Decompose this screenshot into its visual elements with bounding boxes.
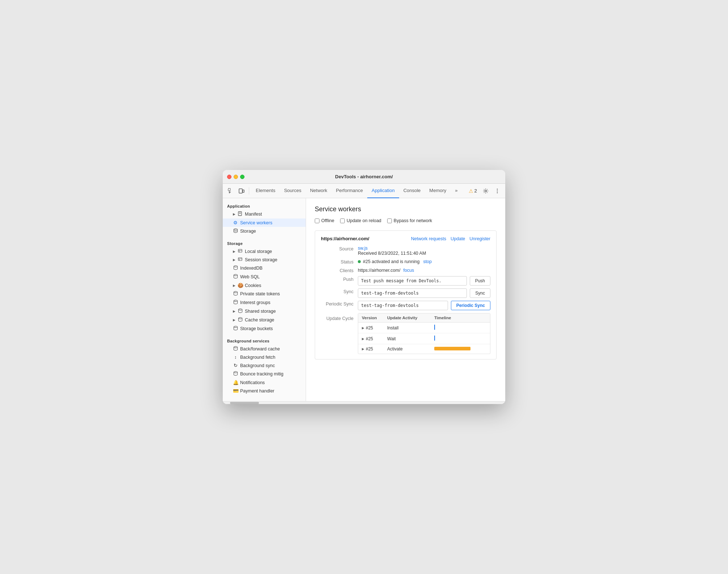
svg-point-25 <box>234 326 237 328</box>
page-title: Service workers <box>315 205 497 213</box>
horizontal-scrollbar[interactable] <box>223 401 505 404</box>
sidebar-section-storage: Storage <box>223 238 306 247</box>
bypass-for-network-checkbox[interactable] <box>387 219 392 223</box>
warning-count: 2 <box>474 188 477 194</box>
row-2-timeline <box>434 336 486 342</box>
content-panel: Service workers Offline Update on reload… <box>306 198 505 401</box>
row-2-version: ▶ #25 <box>362 336 387 341</box>
network-requests-link[interactable]: Network requests <box>411 236 446 241</box>
minimize-button[interactable] <box>234 175 238 179</box>
sidebar-item-storage-buckets[interactable]: Storage buckets <box>223 324 306 333</box>
tab-console[interactable]: Console <box>399 184 425 198</box>
update-on-reload-checkbox[interactable] <box>340 219 345 223</box>
sidebar-item-indexeddb[interactable]: IndexedDB <box>223 264 306 273</box>
sidebar-item-local-storage[interactable]: ▶ Local storage <box>223 247 306 255</box>
focus-link[interactable]: focus <box>403 268 414 273</box>
offline-checkbox-label[interactable]: Offline <box>315 218 334 223</box>
tab-performance[interactable]: Performance <box>332 184 367 198</box>
push-input[interactable] <box>358 276 467 286</box>
tab-network[interactable]: Network <box>306 184 332 198</box>
settings-icon[interactable] <box>481 186 491 196</box>
chevron-icon[interactable]: ▶ <box>362 347 364 351</box>
sync-button[interactable]: Sync <box>470 288 490 298</box>
bypass-for-network-checkbox-label[interactable]: Bypass for network <box>387 218 432 223</box>
sidebar-item-backforward-cache[interactable]: Back/forward cache <box>223 345 306 353</box>
scrollbar-thumb[interactable] <box>230 402 259 404</box>
status-text: #25 activated and is running <box>363 259 419 264</box>
chevron-icon: ▶ <box>233 284 235 287</box>
bounce-tracking-icon <box>233 371 238 377</box>
row-3-version: ▶ #25 <box>362 346 387 352</box>
tab-sources[interactable]: Sources <box>280 184 306 198</box>
sidebar-label-storage-buckets: Storage buckets <box>240 326 273 331</box>
device-icon[interactable] <box>237 186 247 196</box>
tab-more[interactable]: » <box>451 184 462 198</box>
row-1-version: ▶ #25 <box>362 325 387 330</box>
source-file-link[interactable]: sw.js <box>358 246 368 251</box>
tab-memory[interactable]: Memory <box>425 184 451 198</box>
update-link[interactable]: Update <box>451 236 465 241</box>
sidebar-item-web-sql[interactable]: Web SQL <box>223 273 306 281</box>
update-on-reload-label: Update on reload <box>347 218 381 223</box>
sidebar-item-cookies[interactable]: ▶ 🍪 Cookies <box>223 281 306 290</box>
private-state-tokens-icon <box>233 291 238 297</box>
sidebar-item-shared-storage[interactable]: ▶ Shared storage <box>223 307 306 316</box>
svg-rect-0 <box>228 188 230 191</box>
traffic-lights <box>227 175 244 179</box>
sidebar-item-background-sync[interactable]: ↻ Background sync <box>223 361 306 370</box>
sidebar-item-session-storage[interactable]: ▶ Session storage <box>223 255 306 264</box>
sidebar-item-notifications[interactable]: 🔔 Notifications <box>223 378 306 387</box>
warning-badge[interactable]: ⚠ 2 <box>466 187 479 195</box>
clients-url: https://airhorner.com/ <box>358 268 400 273</box>
sync-input[interactable] <box>358 288 467 298</box>
status-value: #25 activated and is running stop <box>358 259 490 265</box>
info-grid: Source sw.js Received 8/23/2022, 11:51:4… <box>321 246 490 354</box>
sidebar-label-notifications: Notifications <box>240 380 265 385</box>
storage-buckets-icon <box>233 326 238 332</box>
sidebar-item-payment-handler[interactable]: 💳 Payment handler <box>223 387 306 395</box>
periodic-sync-button[interactable]: Periodic Sync <box>451 301 490 310</box>
sidebar-item-bounce-tracking[interactable]: Bounce tracking mitig <box>223 370 306 378</box>
chevron-icon[interactable]: ▶ <box>362 326 364 330</box>
unregister-link[interactable]: Unregister <box>469 236 490 241</box>
chevron-icon[interactable]: ▶ <box>362 337 364 341</box>
sidebar-item-private-state-tokens[interactable]: Private state tokens <box>223 290 306 298</box>
row-1-activity: Install <box>387 325 434 330</box>
push-button[interactable]: Push <box>470 276 490 286</box>
checkboxes-row: Offline Update on reload Bypass for netw… <box>315 218 497 223</box>
sidebar-item-service-workers[interactable]: ⚙ Service workers <box>223 219 306 227</box>
sidebar-item-cache-storage[interactable]: ▶ Cache storage <box>223 316 306 324</box>
sidebar-item-storage[interactable]: Storage <box>223 227 306 236</box>
update-on-reload-checkbox-label[interactable]: Update on reload <box>340 218 381 223</box>
sidebar-item-manifest[interactable]: ▶ Manifest <box>223 210 306 219</box>
svg-point-8 <box>497 192 498 193</box>
sw-url-row: https://airhorner.com/ Network requests … <box>321 236 490 241</box>
session-storage-icon <box>238 257 243 262</box>
inspect-icon[interactable] <box>226 186 236 196</box>
sidebar-label-session-storage: Session storage <box>245 257 277 262</box>
svg-rect-4 <box>243 190 244 192</box>
sidebar-label-interest-groups: Interest groups <box>240 300 270 305</box>
maximize-button[interactable] <box>240 175 244 179</box>
tab-application[interactable]: Application <box>367 184 399 198</box>
svg-point-23 <box>238 309 242 310</box>
notifications-icon: 🔔 <box>233 380 238 385</box>
stop-link[interactable]: stop <box>423 259 432 264</box>
svg-point-7 <box>497 190 498 191</box>
sidebar-item-background-fetch[interactable]: ↕ Background fetch <box>223 353 306 361</box>
row-3-version-label: #25 <box>366 346 373 352</box>
update-cycle-header: Version Update Activity Timeline <box>358 313 490 323</box>
chevron-icon: ▶ <box>233 250 235 253</box>
sidebar-label-local-storage: Local storage <box>245 249 272 254</box>
table-row: ▶ #25 Wait <box>358 333 490 344</box>
offline-checkbox[interactable] <box>315 219 319 223</box>
more-options-icon[interactable] <box>492 186 502 196</box>
periodic-sync-input[interactable] <box>358 301 448 310</box>
sidebar-item-interest-groups[interactable]: Interest groups <box>223 298 306 307</box>
row-3-timeline <box>434 346 486 352</box>
service-worker-entry: https://airhorner.com/ Network requests … <box>315 230 497 359</box>
toolbar-separator-1 <box>249 187 249 195</box>
manifest-icon <box>238 211 243 217</box>
close-button[interactable] <box>227 175 231 179</box>
tab-elements[interactable]: Elements <box>251 184 280 198</box>
